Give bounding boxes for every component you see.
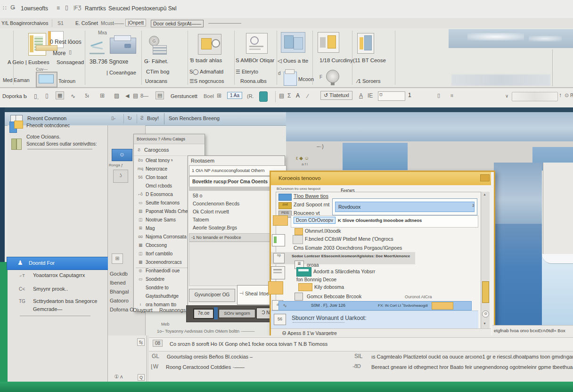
ie-icon[interactable]: IE bbox=[368, 92, 373, 99]
dialog-row-4a[interactable]: Dcon COrOvoopv bbox=[294, 217, 336, 224]
dialog-titlebar-button[interactable] bbox=[480, 174, 490, 181]
clipboard-icon[interactable] bbox=[318, 32, 339, 53]
wave-icon[interactable]: ∿ bbox=[71, 93, 75, 99]
table-small-icon[interactable]: ▦ bbox=[56, 91, 64, 99]
scroll-circle-icon[interactable]: ⊙ bbox=[482, 310, 489, 318]
layout-icon[interactable]: ▤ bbox=[156, 91, 164, 99]
submenu-door[interactable]: Door oekd SrprAt—— bbox=[151, 20, 204, 27]
up-arrow-icon[interactable]: ↑ bbox=[559, 92, 562, 98]
sidebar-item-selected[interactable]: ♟ Doontd For bbox=[7, 257, 108, 270]
dialog-row-1[interactable]: Tloo Bwwe tios bbox=[294, 193, 328, 199]
ribbon-g4-l1[interactable]: Ɓ tsadr ahlas bbox=[190, 57, 222, 63]
chevron-down-icon[interactable]: ∨ bbox=[505, 93, 508, 98]
printer-icon[interactable] bbox=[110, 38, 136, 54]
book-icon[interactable]: |FƷ bbox=[74, 5, 81, 10]
ribbon-g1-l1[interactable]: 0 Rest lōoos bbox=[50, 39, 82, 45]
combo-box[interactable]: Rovdouox ɜ bbox=[332, 198, 477, 215]
dialog-selected-row[interactable]: ∿ S0M . F), Juw 126 FX: IN Cort Lt ˝Svdv… bbox=[278, 301, 472, 310]
grid-button[interactable]: ⊞ bbox=[112, 253, 123, 264]
ribbon-g1-l3[interactable]: A Geio | Eusbees bbox=[8, 59, 49, 65]
bottom-row-1[interactable]: 08 Co srozn 8 soroft Ho IX Gonp ohe1 foc… bbox=[149, 337, 573, 351]
sidebar-item-2[interactable]: Smyynr prook.. bbox=[33, 286, 68, 292]
ribbon-g2-big[interactable]: 3B.736 Sgnoxe bbox=[90, 58, 128, 65]
anchor-icon[interactable]: 8— bbox=[140, 93, 148, 98]
sidebar-item-1[interactable]: Yoaotarrox Caputagrrx bbox=[33, 272, 85, 278]
dialog-row-7[interactable]: Cms Eomate 2003 Ooxchdrons Porgaou'lGnpo… bbox=[294, 245, 402, 251]
panel-link-1[interactable]: Fheoolt ootncdonec bbox=[26, 122, 70, 128]
spreadsheet-icon[interactable] bbox=[28, 33, 46, 56]
clipboard-small-icon[interactable]: ▯ˌ bbox=[34, 93, 39, 99]
zoom-combo[interactable]: 1 Aa bbox=[227, 92, 242, 99]
ribbon-g1-l4[interactable]: Sonsagead bbox=[57, 59, 84, 65]
grid-icon-2[interactable]: ⊞ bbox=[217, 92, 221, 99]
submenu-s1[interactable]: S1 bbox=[57, 20, 64, 26]
teal-badge-icon[interactable] bbox=[259, 91, 268, 102]
dropdown-subheader[interactable]: Ƨ Carogcoss bbox=[134, 144, 205, 156]
app-grid-icon[interactable]: ∷ bbox=[3, 5, 7, 11]
rootasem-row[interactable]: Ok Colort rrvuett bbox=[188, 208, 239, 216]
panel-icon[interactable]: ▯ bbox=[437, 92, 440, 98]
glyph-5-icon[interactable]: Ƽı bbox=[85, 93, 89, 98]
rows-icon[interactable]: ▤ bbox=[133, 92, 138, 99]
ribbon-g4-l3[interactable]: ☰S nogcnucos bbox=[189, 78, 224, 84]
scroll-up-icon[interactable]: ▲ bbox=[483, 193, 486, 196]
header-button[interactable]: Bıoy! bbox=[147, 115, 159, 121]
dark-strip-button-1[interactable]: 7e.oe bbox=[193, 309, 214, 319]
dialog-titlebar[interactable]: Koroeois tenoovo bbox=[271, 172, 491, 185]
pen-icon[interactable]: ∕ bbox=[307, 93, 308, 99]
panel-link-2[interactable]: Cotoe Ocioans. bbox=[26, 134, 60, 139]
ribbon-g8-l2[interactable]: ∕1 Soroers bbox=[357, 78, 381, 84]
rootasem-row[interactable]: Aeorle Soategr.Brgs bbox=[188, 224, 239, 232]
dialog-row-6[interactable]: F.bncled CCtlsW Ptebxf Mene ('Ongrocs bbox=[305, 236, 393, 242]
rootasem-button-1[interactable]: Gyvuncipoer OG bbox=[189, 289, 235, 302]
ribbon-g7-l1[interactable]: 1/18 Curcdiny bbox=[319, 57, 353, 63]
dialog-row-2[interactable]: Zɑrd Sopoot rnt bbox=[294, 202, 329, 207]
toolbar-dropdown[interactable] bbox=[512, 92, 558, 101]
app-logo-icon[interactable]: Ǥ bbox=[10, 4, 15, 11]
scroll-down-icon[interactable]: ▼ bbox=[483, 322, 486, 325]
forward-arrows-icon[interactable]: –·⟩ bbox=[317, 143, 324, 150]
rootasem-row[interactable]: 58 o bbox=[188, 192, 239, 200]
rootasem-row[interactable]: Tatoem bbox=[188, 216, 239, 224]
submenu-mcust[interactable]: Mcust—— bbox=[101, 20, 124, 26]
blue-smiley-button[interactable]: ☺ bbox=[112, 149, 132, 161]
find-input[interactable]: Ʊ bbox=[378, 91, 405, 101]
ribbon-g3-l2[interactable]: CTim bog bbox=[146, 69, 169, 74]
ribbon-g5-l1[interactable]: S AMBOr Otiqar bbox=[236, 57, 274, 63]
submenu-left[interactable]: Y/L Boaginrorchaivos bbox=[1, 20, 48, 26]
card-icon[interactable] bbox=[246, 33, 268, 54]
header-glyph-1[interactable]: ▯˶ bbox=[111, 115, 115, 121]
sum-icon[interactable]: Σ bbox=[287, 92, 291, 99]
r-label[interactable]: (R. bbox=[247, 93, 254, 99]
ribbon-g1-l7[interactable]: Toiroun bbox=[58, 78, 75, 84]
coin-icon[interactable]: G bbox=[149, 36, 159, 46]
rootasem-row[interactable]: Coonclenonxn Becds bbox=[188, 200, 239, 208]
dialog-row-13[interactable]: Gomcx Bebcoate Brcook bbox=[307, 294, 361, 299]
menu-item-1[interactable]: Ramrtks bbox=[85, 5, 106, 12]
sidebar-item-3b[interactable]: Gemcrade— bbox=[33, 306, 62, 312]
ribbon-g5-l2[interactable]: ☰ Eteryto bbox=[236, 69, 258, 75]
margin-icon-54[interactable]: 5ɟ bbox=[137, 338, 145, 346]
ribbon-g3-l3[interactable]: Uoracans bbox=[145, 78, 167, 84]
font-color-icon[interactable]: A bbox=[359, 92, 363, 99]
play-left-icon[interactable]: ◀ bbox=[125, 93, 129, 99]
toolbar-left-label[interactable]: Doporka Ƅ bbox=[2, 93, 27, 99]
bell-icon[interactable] bbox=[326, 70, 339, 83]
target-icon[interactable]: ⊙ bbox=[565, 92, 569, 98]
ribbon-g3-l1[interactable]: Ǥ· Fäihet. bbox=[144, 58, 168, 64]
monitor-icon[interactable] bbox=[36, 72, 57, 88]
report-icon[interactable] bbox=[357, 33, 374, 54]
page-small-icon[interactable]: ▯ bbox=[45, 92, 49, 99]
ribbon-g5-l3[interactable]: Roona.ulbs bbox=[240, 78, 267, 84]
ribbon-g6-l2[interactable]: Mcoon bbox=[298, 76, 314, 82]
fill-icon[interactable]: ▨ bbox=[114, 92, 119, 99]
grid-plus-icon[interactable]: ⊞ bbox=[100, 92, 105, 99]
submenu-cosnet[interactable]: E. CoSnet bbox=[75, 20, 98, 26]
rx-icon[interactable]: ℞ bbox=[570, 92, 573, 98]
drafting-icon[interactable] bbox=[90, 41, 105, 54]
panel-link-3[interactable]: Sonccad Sores outlar sontrivdtos: bbox=[26, 141, 97, 147]
sidebar-item-3[interactable]: Scttrydearton bsa Snegorce bbox=[33, 298, 97, 304]
list-icon[interactable]: ≡ bbox=[57, 5, 60, 11]
dialog-row-10[interactable]: Aodortt a Sfärcdiehta Yobsrr bbox=[313, 269, 375, 274]
pin-icon[interactable]: 1 bbox=[408, 92, 411, 98]
